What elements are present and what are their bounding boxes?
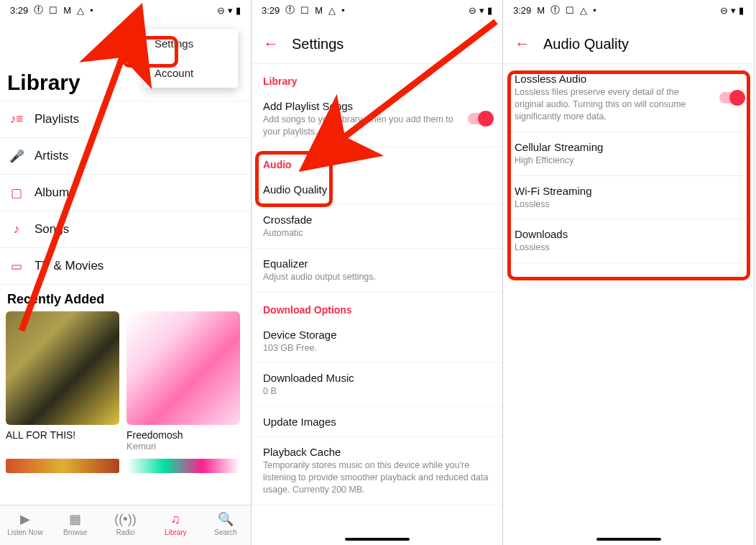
popup-settings[interactable]: Settings [144, 29, 238, 58]
setting-title: Equalizer [263, 257, 491, 270]
toggle-switch[interactable] [719, 92, 742, 104]
album-art [126, 311, 240, 425]
audio-quality-header: ← Audio Quality [503, 20, 754, 64]
setting-subtitle: Lossless [515, 198, 742, 211]
setting-title: Playback Cache [263, 446, 491, 458]
wifi-icon: ▾ [228, 5, 233, 16]
status-time: 3:29 [10, 5, 28, 16]
battery-icon: ▮ [236, 5, 241, 16]
tab-radio[interactable]: ((•)) Radio [101, 512, 151, 536]
library-item-label: Artists [34, 149, 68, 163]
tab-label: Search [214, 528, 237, 536]
setting-lossless-audio[interactable]: Lossless Audio Lossless files preserve e… [503, 64, 754, 132]
setting-title: Audio Quality [263, 183, 491, 196]
setting-subtitle: High Efficiency [515, 155, 742, 167]
setting-wifi-streaming[interactable]: Wi-Fi Streaming Lossless [503, 176, 754, 220]
popup-account[interactable]: Account [144, 58, 238, 88]
setting-title: Downloads [515, 228, 742, 240]
setting-subtitle: 103 GB Free. [263, 342, 491, 354]
page-title: Settings [292, 36, 344, 52]
page-title: Audio Quality [543, 36, 629, 52]
setting-crossfade[interactable]: Crossfade Automatic [252, 205, 502, 249]
overflow-popup: Settings Account [144, 29, 238, 88]
setting-subtitle: Temporarily stores music on this device … [263, 459, 491, 496]
tab-browse[interactable]: ▦ Browse [50, 511, 101, 536]
microphone-icon: 🎤 [9, 148, 24, 164]
library-item-label: Songs [34, 222, 69, 237]
nav-indicator [345, 538, 410, 541]
setting-title: Update Images [263, 416, 491, 428]
album-artist: Kemuri [126, 441, 240, 452]
tab-library[interactable]: ♫ Library [150, 512, 200, 536]
tab-label: Browse [63, 528, 87, 536]
setting-update-images[interactable]: Update Images [252, 407, 502, 437]
setting-title: Crossfade [263, 214, 491, 226]
status-bar: 3:29 ⓕ ☐ M △ • ⊖ ▾ ▮ [252, 0, 502, 20]
library-item-label: TV & Movies [34, 259, 103, 273]
setting-device-storage[interactable]: Device Storage 103 GB Free. [252, 320, 502, 364]
setting-audio-quality[interactable]: Audio Quality [252, 175, 502, 205]
facebook-icon: ⓕ [550, 4, 560, 17]
setting-equalizer[interactable]: Equalizer Adjust audio output settings. [252, 249, 502, 293]
grid-icon: ▦ [69, 511, 81, 527]
album-art [6, 311, 119, 425]
dot-icon: • [593, 5, 596, 16]
library-list: ♪≡ Playlists 🎤 Artists ▢ Albums ♪ Songs … [0, 101, 251, 285]
setting-title: Add Playlist Songs [263, 100, 458, 112]
library-item-label: Albums [34, 186, 75, 200]
album-peek[interactable] [126, 459, 240, 473]
gmail-icon: M [537, 5, 545, 16]
back-arrow-icon[interactable]: ← [263, 35, 279, 53]
setting-cellular-streaming[interactable]: Cellular Streaming High Efficiency [503, 132, 754, 176]
tab-label: Listen Now [7, 528, 42, 536]
gmail-icon: M [315, 5, 323, 16]
search-icon: 🔍 [218, 511, 234, 527]
albums-row: ALL FOR THIS! Freedomosh Kemuri [0, 311, 251, 452]
note-icon: ♪ [9, 221, 24, 237]
do-not-disturb-icon: ⊖ [720, 5, 728, 16]
status-bar: 3:29 ⓕ ☐ M △ • ⊖ ▾ ▮ [0, 0, 251, 20]
library-tv-movies[interactable]: ▭ TV & Movies [0, 248, 251, 285]
recently-added-title: Recently Added [0, 285, 251, 311]
toggle-switch[interactable] [468, 113, 491, 124]
library-songs[interactable]: ♪ Songs [0, 211, 251, 248]
tab-label: Radio [116, 528, 134, 536]
radio-icon: ((•)) [114, 512, 136, 527]
album-peek[interactable] [6, 459, 119, 473]
library-item-label: Playlists [34, 112, 79, 127]
battery-icon: ▮ [739, 5, 744, 16]
setting-add-playlist-songs[interactable]: Add Playlist Songs Add songs to your lib… [252, 91, 502, 147]
library-artists[interactable]: 🎤 Artists [0, 138, 251, 175]
library-playlists[interactable]: ♪≡ Playlists [0, 101, 251, 138]
phone-audio-quality: 3:29 M ⓕ ☐ △ • ⊖ ▾ ▮ ← Audio Quality Los… [503, 0, 755, 545]
section-library: Library [252, 64, 502, 91]
setting-title: Device Storage [263, 329, 491, 341]
dot-icon: • [341, 5, 345, 16]
tab-listen-now[interactable]: ▶ Listen Now [0, 511, 50, 536]
setting-playback-cache[interactable]: Playback Cache Temporarily stores music … [252, 437, 502, 505]
settings-header: ← Settings [252, 20, 502, 64]
setting-downloads[interactable]: Downloads Lossless [503, 219, 754, 263]
tab-search[interactable]: 🔍 Search [200, 511, 251, 536]
status-time: 3:29 [513, 5, 531, 16]
section-audio: Audio [252, 147, 502, 175]
wifi-icon: ▾ [479, 5, 484, 16]
library-albums[interactable]: ▢ Albums [0, 175, 251, 211]
drive-icon: △ [328, 5, 336, 16]
album-item[interactable]: ALL FOR THIS! [6, 311, 119, 452]
setting-subtitle: Automatic [263, 227, 491, 239]
album-icon: ▢ [9, 185, 24, 201]
playlist-icon: ♪≡ [9, 111, 24, 127]
phone-library: 3:29 ⓕ ☐ M △ • ⊖ ▾ ▮ Library ♪≡ Playlist… [0, 0, 252, 545]
setting-subtitle: Add songs to your library when you add t… [263, 114, 458, 138]
battery-icon: ▮ [487, 5, 492, 16]
wifi-icon: ▾ [731, 5, 736, 16]
setting-downloaded-music[interactable]: Downloaded Music 0 B [252, 363, 502, 407]
back-arrow-icon[interactable]: ← [515, 35, 530, 53]
overscan-icon: ☐ [566, 5, 574, 16]
drive-icon: △ [580, 5, 587, 16]
setting-subtitle: Lossless [515, 242, 742, 254]
tv-icon: ▭ [9, 258, 24, 274]
library-icon: ♫ [171, 512, 181, 527]
album-item[interactable]: Freedomosh Kemuri [126, 311, 240, 452]
